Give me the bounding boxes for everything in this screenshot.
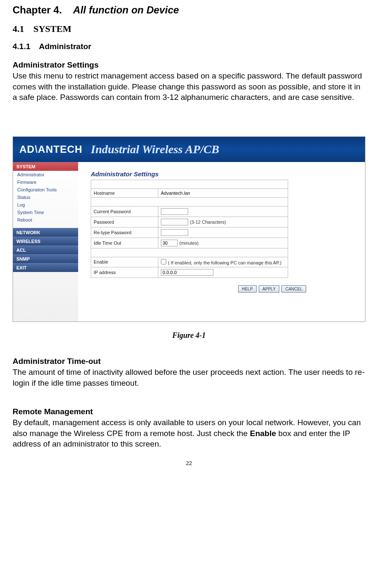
nav-item-administrator[interactable]: Administrator — [13, 171, 78, 178]
apply-button[interactable]: APPLY — [259, 285, 280, 293]
hostname-label: Hostname — [91, 188, 158, 197]
hostname-table: Hostname Settings Hostname Advantech.lan… — [91, 180, 288, 278]
cancel-button[interactable]: CANCEL — [281, 285, 306, 293]
ss-content: Administrator Settings Hostname Settings… — [78, 162, 365, 321]
idle-timeout-label: Idle Time Out — [91, 238, 158, 248]
retype-password-label: Re-type Password — [91, 227, 158, 238]
nav-cat-wireless[interactable]: WIRELESS — [13, 237, 78, 246]
ss-header: AD\ANTECH Industrial Wireless AP/CB — [13, 137, 365, 162]
password-input[interactable] — [161, 219, 188, 225]
ip-address-input[interactable] — [161, 269, 213, 276]
current-password-input[interactable] — [161, 208, 188, 215]
nav-item-config-tools[interactable]: Configuration Tools — [13, 186, 78, 193]
enable-label: Enable — [91, 257, 158, 267]
nav-item-firmware[interactable]: Firmware — [13, 178, 78, 186]
ss-sidebar: SYSTEM Administrator Firmware Configurat… — [13, 162, 78, 321]
nav-cat-system[interactable]: SYSTEM — [13, 162, 78, 171]
admin-timeout-heading: Administrator Time-out — [13, 357, 365, 366]
figure-screenshot: AD\ANTECH Industrial Wireless AP/CB SYST… — [13, 136, 365, 322]
enable-checkbox[interactable] — [161, 259, 166, 264]
ss-header-title: Industrial Wireless AP/CB — [91, 143, 219, 156]
section-title: SYSTEM — [34, 24, 71, 34]
password-hint: (3-12 Characters) — [190, 220, 226, 225]
remote-mgmt-bold: Enable — [250, 429, 276, 438]
retype-password-input[interactable] — [161, 229, 188, 236]
current-password-label: Current Password — [91, 206, 158, 217]
nav-cat-network[interactable]: NETWORK — [13, 228, 78, 237]
nav-cat-snmp[interactable]: SNMP — [13, 254, 78, 263]
nav-cat-acl[interactable]: ACL — [13, 246, 78, 254]
help-button[interactable]: HELP — [238, 285, 257, 293]
page-number: 22 — [13, 460, 365, 466]
remote-mgmt-heading: Remote Management — [13, 407, 365, 416]
idle-timeout-input[interactable] — [161, 240, 178, 246]
hostname-section-header: Hostname Settings — [91, 180, 288, 188]
subsection-number: 4.1.1 — [13, 42, 30, 51]
remote-section-header: Remote Management — [91, 248, 288, 257]
chapter-label: Chapter 4. — [13, 4, 62, 16]
admin-settings-heading: Administrator Settings — [13, 60, 365, 70]
ip-address-label: IP address — [91, 267, 158, 277]
section-number: 4.1 — [13, 24, 24, 34]
figure-caption: Figure 4-1 — [13, 331, 365, 340]
nav-item-system-time[interactable]: System Time — [13, 209, 78, 216]
admin-settings-text: Use this menu to restrict management acc… — [13, 71, 365, 103]
idle-timeout-hint: (minutes) — [179, 240, 199, 246]
logo-text: AD\ANTECH — [19, 144, 82, 155]
admin-timeout-text: The amount of time of inactivity allowed… — [13, 367, 365, 388]
nav-item-reboot[interactable]: Reboot — [13, 216, 78, 224]
ss-content-title: Administrator Settings — [91, 170, 357, 178]
chapter-title: All function on Device — [73, 4, 179, 16]
subsection-title: Administrator — [39, 42, 92, 51]
nav-item-status[interactable]: Status — [13, 193, 78, 201]
password-section-header: Password Settings — [91, 197, 288, 206]
remote-mgmt-text: By default, management access is only av… — [13, 417, 365, 449]
password-label: Password — [91, 217, 158, 227]
nav-cat-exit[interactable]: EXIT — [13, 263, 78, 272]
nav-item-log[interactable]: Log — [13, 201, 78, 209]
hostname-value: Advantech.lan — [161, 191, 190, 196]
enable-hint: ( If enabled, only the following PC can … — [168, 260, 281, 265]
